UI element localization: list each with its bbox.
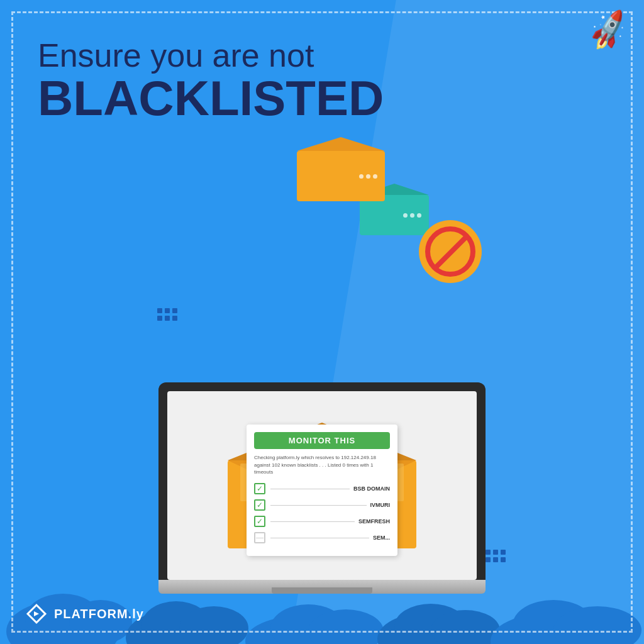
envelope-dot bbox=[410, 213, 414, 218]
dot bbox=[486, 557, 491, 562]
dot bbox=[493, 550, 498, 555]
dot bbox=[157, 316, 162, 321]
envelope-dots bbox=[403, 213, 421, 218]
ban-circle-inner bbox=[425, 226, 475, 277]
doc-line-3 bbox=[270, 521, 355, 522]
header-text: Ensure you are not BLACKLISTED bbox=[38, 38, 384, 123]
check-icon-3: ✓ bbox=[254, 516, 265, 527]
decorative-dots-left bbox=[157, 308, 177, 321]
envelope-dot bbox=[417, 213, 421, 218]
laptop-base bbox=[158, 580, 486, 594]
logo-text: PLATFORM.ly bbox=[54, 607, 144, 621]
ban-line bbox=[431, 234, 469, 271]
monitor-button[interactable]: MONITOR THIS bbox=[254, 432, 390, 449]
doc-label-4: SEM... bbox=[373, 535, 390, 541]
check-icon-1: ✓ bbox=[254, 483, 265, 494]
envelope-dot bbox=[373, 174, 377, 179]
dot bbox=[501, 550, 506, 555]
doc-item-2: ✓ IVMURI bbox=[254, 499, 390, 511]
dot bbox=[501, 557, 506, 562]
envelope-yellow-flap bbox=[297, 137, 385, 151]
dot bbox=[172, 316, 177, 321]
logo-area: PLATFORM.ly bbox=[25, 602, 144, 625]
headline-line2: BLACKLISTED bbox=[38, 74, 384, 123]
document-body-text: Checking platform.ly which resolves to 1… bbox=[254, 454, 390, 475]
decorative-dots-right bbox=[486, 550, 506, 562]
dot bbox=[172, 308, 177, 313]
envelope-dot bbox=[366, 174, 370, 179]
envelope-dot bbox=[403, 213, 408, 218]
dot bbox=[157, 308, 162, 313]
doc-line-2 bbox=[270, 505, 367, 506]
doc-item-4: — SEM... bbox=[254, 532, 390, 543]
doc-label-2: IVMURI bbox=[370, 502, 391, 508]
svg-marker-22 bbox=[34, 611, 39, 616]
envelope-dots bbox=[359, 174, 377, 179]
main-container: Ensure you are not BLACKLISTED 🚀 bbox=[0, 0, 644, 644]
check-icon-2: ✓ bbox=[254, 499, 265, 511]
check-icon-4: — bbox=[254, 532, 265, 543]
doc-item-3: ✓ SEMFRESH bbox=[254, 516, 390, 527]
envelope-yellow-body bbox=[297, 151, 385, 201]
doc-label-1: BSB DOMAIN bbox=[353, 486, 390, 492]
ban-icon bbox=[419, 220, 482, 283]
envelope-yellow bbox=[297, 151, 385, 214]
dot bbox=[486, 550, 491, 555]
platform-logo-icon bbox=[25, 602, 48, 625]
dot bbox=[165, 316, 170, 321]
doc-item-1: ✓ BSB DOMAIN bbox=[254, 483, 390, 494]
dot bbox=[165, 308, 170, 313]
headline-line1: Ensure you are not bbox=[38, 38, 384, 74]
doc-label-3: SEMFRESH bbox=[358, 518, 390, 525]
svg-marker-0 bbox=[297, 137, 385, 151]
doc-line-1 bbox=[270, 489, 350, 489]
envelope-dot bbox=[359, 174, 364, 179]
document: MONITOR THIS Checking platform.ly which … bbox=[247, 425, 397, 556]
doc-line-4 bbox=[270, 538, 369, 538]
ban-circle-outer bbox=[419, 220, 482, 283]
dot bbox=[493, 557, 498, 562]
